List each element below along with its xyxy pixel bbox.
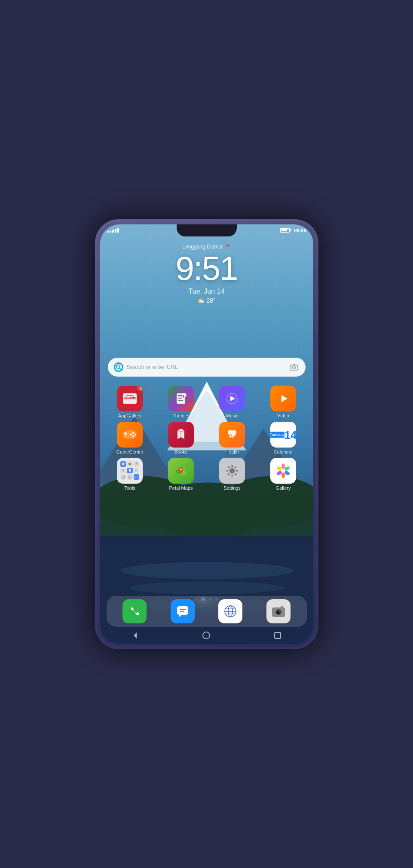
- books-icon: [168, 422, 194, 448]
- svg-point-13: [116, 365, 120, 368]
- appgallery-label: AppGallery: [118, 413, 141, 418]
- svg-text:HUAWEI: HUAWEI: [124, 397, 136, 400]
- petal-maps-label: Petal Maps: [169, 485, 193, 491]
- svg-rect-22: [178, 400, 183, 401]
- svg-point-72: [281, 469, 285, 473]
- status-time: 08:08: [294, 228, 306, 233]
- themes-icon: [168, 386, 194, 411]
- app-themes[interactable]: Themes: [164, 386, 198, 418]
- back-button[interactable]: [128, 629, 142, 642]
- app-books[interactable]: Books: [164, 422, 198, 454]
- svg-rect-87: [281, 606, 283, 608]
- weather-display: ⛅ 28°: [100, 297, 313, 304]
- app-video[interactable]: Video: [266, 386, 300, 418]
- svg-point-16: [292, 366, 295, 369]
- svg-line-60: [228, 466, 229, 468]
- camera-search-button[interactable]: [288, 362, 300, 373]
- svg-line-63: [228, 473, 229, 475]
- nav-bar: [100, 629, 313, 641]
- battery-icon: [280, 228, 291, 233]
- recents-button[interactable]: [271, 629, 285, 642]
- music-icon: ♪: [219, 386, 245, 411]
- search-bar[interactable]: Search or enter URL: [108, 358, 306, 377]
- date-display: Tue, Jun 14: [100, 288, 313, 295]
- app-settings[interactable]: Settings: [215, 458, 249, 491]
- svg-rect-39: [128, 463, 131, 465]
- signal-bar-5: [117, 228, 119, 233]
- svg-rect-48: [128, 476, 131, 478]
- video-label: Video: [277, 413, 289, 418]
- phone-frame: 08:08 Longgang District 📍 9:51 Tue, Jun …: [95, 219, 318, 649]
- signal-bar-3: [112, 230, 114, 233]
- tools-grid: [120, 461, 139, 480]
- music-label: Music: [226, 413, 239, 418]
- app-grid: 1 HUAWEI AppGallery: [100, 386, 313, 494]
- health-label: Health: [225, 449, 239, 454]
- svg-point-38: [122, 463, 125, 465]
- svg-rect-90: [275, 632, 281, 638]
- svg-text:♪: ♪: [230, 394, 234, 402]
- app-tools[interactable]: Tools: [113, 458, 147, 491]
- gamecenter-icon: [117, 422, 143, 448]
- signal-bar-1: [107, 231, 109, 233]
- svg-point-54: [180, 469, 182, 470]
- settings-label: Settings: [223, 485, 241, 491]
- appgallery-badge: 1: [138, 386, 143, 391]
- clock-area: Longgang District 📍 9:51 Tue, Jun 14 ⛅ 2…: [100, 244, 313, 304]
- themes-label: Themes: [172, 413, 190, 418]
- svg-point-64: [230, 469, 234, 472]
- app-music[interactable]: ♪ Music: [215, 386, 249, 418]
- tools-icon: [117, 458, 143, 484]
- app-calendar[interactable]: Tuesday 14 Calendar: [266, 422, 300, 454]
- svg-line-62: [235, 466, 236, 468]
- svg-point-66: [281, 463, 285, 469]
- settings-icon: [219, 458, 245, 484]
- svg-marker-88: [134, 632, 137, 638]
- signal-bar-2: [110, 230, 111, 233]
- calendar-day-number: 14: [285, 429, 296, 441]
- books-label: Books: [174, 449, 188, 454]
- svg-rect-73: [177, 606, 188, 615]
- svg-point-86: [278, 610, 280, 612]
- svg-line-41: [136, 463, 137, 464]
- home-button[interactable]: [199, 629, 213, 642]
- clock-display: 9:51: [100, 252, 313, 285]
- petal-maps-icon: [168, 458, 194, 484]
- svg-point-89: [203, 632, 210, 639]
- svg-marker-27: [281, 395, 288, 402]
- phone-screen: 08:08 Longgang District 📍 9:51 Tue, Jun …: [100, 224, 313, 644]
- dock-messages[interactable]: [171, 599, 195, 623]
- search-placeholder: Search or enter URL: [127, 364, 285, 370]
- svg-rect-21: [178, 398, 182, 399]
- svg-rect-30: [125, 432, 126, 436]
- svg-line-61: [235, 473, 236, 475]
- svg-point-34: [132, 436, 134, 437]
- svg-point-32: [135, 434, 136, 436]
- app-appgallery[interactable]: 1 HUAWEI AppGallery: [113, 386, 147, 418]
- calendar-label: Calendar: [274, 449, 293, 454]
- signal-indicator: [107, 228, 119, 233]
- calendar-icon: Tuesday 14: [270, 422, 296, 448]
- app-row-2: GameCenter Books: [104, 422, 309, 454]
- svg-point-31: [132, 432, 134, 434]
- signal-bar-4: [115, 229, 116, 233]
- app-gallery[interactable]: Gallery: [266, 458, 300, 491]
- app-row-1: 1 HUAWEI AppGallery: [104, 386, 309, 418]
- svg-point-69: [281, 472, 285, 478]
- dock-browser[interactable]: [218, 599, 242, 623]
- location-display: Longgang District 📍: [100, 244, 313, 250]
- app-petal-maps[interactable]: Petal Maps: [164, 458, 198, 491]
- app-health[interactable]: Health: [215, 422, 249, 454]
- battery-time-area: 08:08: [280, 228, 306, 233]
- dock: [107, 596, 307, 627]
- gallery-icon: [270, 458, 296, 484]
- dock-phone[interactable]: [122, 599, 147, 623]
- health-icon: [219, 422, 245, 448]
- svg-point-33: [130, 434, 132, 436]
- tools-label: Tools: [124, 485, 135, 491]
- gamecenter-label: GameCenter: [116, 449, 144, 454]
- notch: [177, 224, 237, 236]
- app-gamecenter[interactable]: GameCenter: [113, 422, 147, 454]
- dock-camera[interactable]: [266, 599, 291, 623]
- gallery-label: Gallery: [276, 485, 291, 491]
